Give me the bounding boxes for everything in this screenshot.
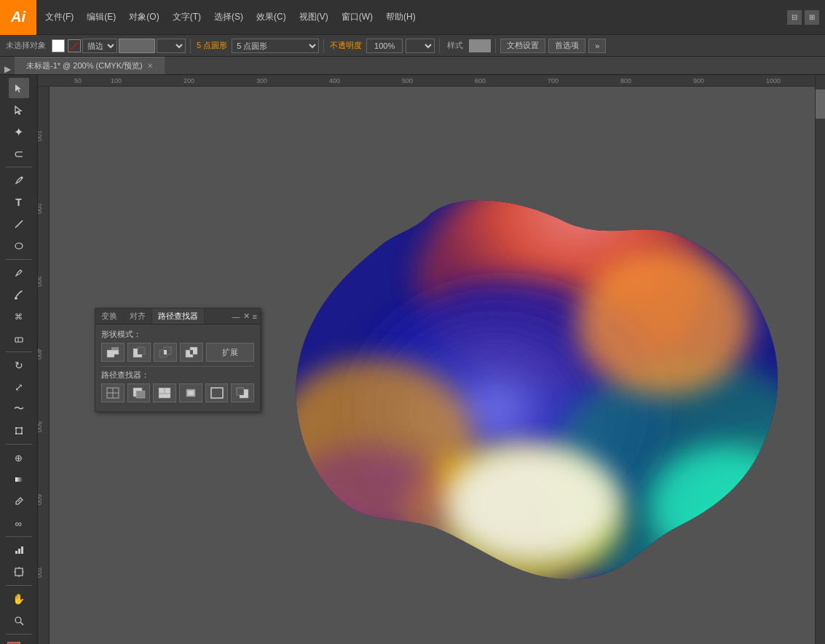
menu-help[interactable]: 帮助(H) (380, 8, 422, 26)
tool-line[interactable] (9, 214, 29, 234)
svg-text:100: 100 (111, 77, 122, 84)
fill-swatch[interactable] (52, 39, 65, 52)
menu-edit[interactable]: 编辑(E) (81, 8, 122, 26)
tool-lasso[interactable]: ⊂ (9, 143, 29, 164)
pathfinder-label: 路径查找器： (101, 370, 254, 381)
tool-zoom[interactable] (9, 611, 29, 631)
svg-text:900: 900 (693, 77, 704, 84)
tool-warp[interactable]: 〜 (9, 399, 29, 419)
tool-blob-brush[interactable]: ⌘ (9, 306, 29, 327)
toolbar-divider-4 (495, 39, 496, 53)
scrollbar-thumb-v[interactable] (816, 90, 825, 119)
toolbox: ✦ ⊂ T ⌘ ↻ ⤢ (0, 75, 38, 644)
panel-divider (101, 366, 254, 367)
preferences-button[interactable]: 首选项 (548, 39, 585, 53)
svg-text:300: 300 (256, 77, 267, 84)
svg-rect-65 (136, 391, 145, 398)
ruler-horizontal: 50100200 300400500 600700800 9001000 (38, 75, 815, 87)
svg-point-0 (20, 177, 23, 179)
svg-text:700: 700 (38, 567, 43, 578)
menu-view[interactable]: 视图(V) (293, 8, 334, 26)
svg-line-1 (15, 220, 23, 228)
tool-sep-7 (6, 634, 32, 635)
stroke-color-swatch[interactable] (119, 39, 155, 53)
doc-settings-button[interactable]: 文档设置 (500, 39, 545, 53)
window-screen-mode[interactable]: ⊟ (787, 10, 802, 25)
style-swatch[interactable] (469, 39, 491, 52)
tool-rotate[interactable]: ↻ (9, 355, 29, 375)
window-controls: ⊟ ⊞ (787, 10, 825, 25)
tool-sep-1 (6, 167, 32, 167)
tool-scale[interactable]: ⤢ (9, 377, 29, 397)
stroke-options[interactable] (157, 39, 186, 53)
panel-close[interactable]: ✕ (243, 311, 250, 321)
panel-tab-align[interactable]: 对齐 (124, 309, 152, 324)
blob-shape-container[interactable] (285, 191, 795, 584)
divide-btn[interactable] (101, 383, 125, 402)
svg-text:400: 400 (38, 349, 43, 359)
panel-minimize[interactable]: — (232, 312, 240, 321)
panel-controls: — ✕ ≡ (229, 311, 260, 321)
unite-btn[interactable] (101, 343, 125, 362)
tool-eyedropper[interactable] (9, 491, 29, 512)
tool-pen[interactable] (9, 170, 29, 191)
menu-effect[interactable]: 效果(C) (250, 8, 292, 26)
app-logo: Ai (0, 0, 36, 35)
panel-toggle[interactable]: ▶ (0, 64, 15, 74)
doc-tab-title: 未标题-1* @ 200% (CMYK/预览) (26, 60, 143, 71)
tool-ellipse[interactable] (9, 236, 29, 256)
scrollbar-vertical[interactable] (815, 75, 825, 644)
opacity-input[interactable]: 100% (366, 39, 403, 53)
tool-magic-wand[interactable]: ✦ (9, 122, 29, 142)
tool-eraser[interactable] (9, 328, 29, 349)
outline-btn[interactable] (205, 383, 229, 402)
toolbar-divider-2 (323, 39, 324, 53)
opacity-options[interactable] (406, 39, 435, 53)
tool-direct-select[interactable] (9, 100, 29, 120)
minus-front-btn[interactable] (127, 343, 151, 362)
tool-blend[interactable]: ∞ (9, 513, 29, 533)
crop-btn[interactable] (179, 383, 202, 402)
stroke-select[interactable]: 描边 (82, 39, 117, 53)
svg-text:300: 300 (38, 276, 43, 287)
svg-point-3 (15, 298, 17, 300)
extra-options-button[interactable]: » (588, 39, 606, 53)
brush-select[interactable]: 5 点圆形 (232, 39, 319, 53)
tool-sep-6 (6, 585, 32, 586)
tool-shape-builder[interactable]: ⊕ (9, 448, 29, 468)
panel-tab-pathfinder[interactable]: 路径查找器 (152, 309, 205, 324)
intersect-btn[interactable] (154, 343, 177, 362)
toolbar-divider-1 (190, 39, 191, 53)
tool-select[interactable] (9, 78, 29, 98)
doc-tab-close[interactable]: ✕ (147, 62, 153, 70)
menu-window[interactable]: 窗口(W) (336, 8, 379, 26)
panel-body: 形状模式： (95, 325, 260, 411)
minus-back-btn[interactable] (231, 383, 254, 402)
panel-tab-transform[interactable]: 变换 (95, 309, 124, 324)
window-arrange[interactable]: ⊞ (805, 10, 819, 25)
svg-rect-68 (159, 394, 170, 398)
merge-btn[interactable] (153, 383, 176, 402)
tool-pencil[interactable] (9, 263, 29, 283)
expand-btn[interactable]: 扩展 (206, 343, 254, 362)
svg-text:800: 800 (620, 77, 631, 84)
tool-sep-5 (6, 536, 32, 537)
menu-object[interactable]: 对象(O) (123, 8, 165, 26)
pathfinder-panel: 变换 对齐 路径查找器 — ✕ ≡ 形状模式： (95, 308, 261, 412)
stroke-swatch[interactable] (68, 39, 81, 52)
tool-column-graph[interactable] (9, 540, 29, 560)
tool-free-transform[interactable] (9, 421, 29, 441)
tool-text[interactable]: T (9, 192, 29, 212)
menu-type[interactable]: 文字(T) (167, 8, 207, 26)
tool-artboard[interactable] (9, 562, 29, 582)
tool-hand[interactable]: ✋ (9, 589, 29, 609)
menu-file[interactable]: 文件(F) (39, 8, 79, 26)
canvas-area: 50100200 300400500 600700800 9001000 100… (38, 75, 825, 644)
menu-select[interactable]: 选择(S) (208, 8, 249, 26)
exclude-btn[interactable] (180, 343, 203, 362)
trim-btn[interactable] (127, 383, 151, 402)
panel-menu[interactable]: ≡ (253, 312, 257, 321)
tool-gradient[interactable] (9, 469, 29, 490)
document-tab[interactable]: 未标题-1* @ 200% (CMYK/预览) ✕ (15, 57, 165, 74)
tool-brush[interactable] (9, 285, 29, 305)
